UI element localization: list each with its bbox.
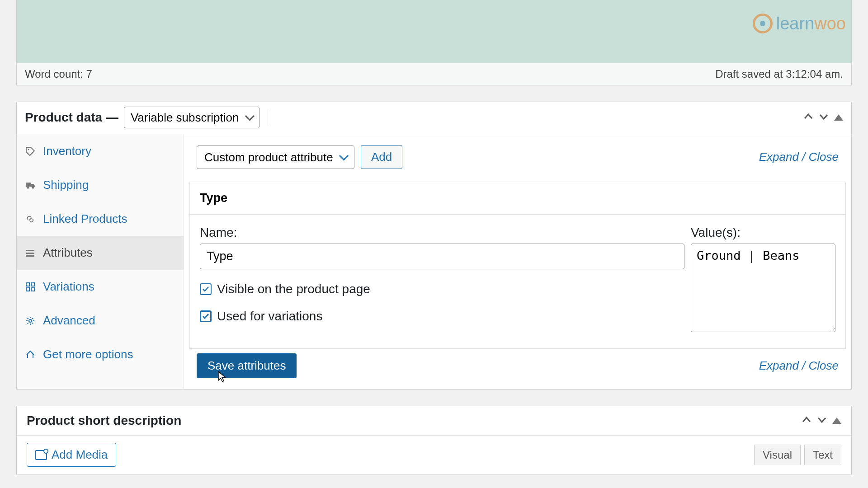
visible-checkbox-label: Visible on the product page [217, 282, 370, 296]
tab-label: Get more options [43, 347, 133, 361]
move-up-icon[interactable] [803, 111, 813, 125]
attribute-item: Type Name: Visible on the product page [189, 182, 846, 349]
attribute-values-input[interactable] [691, 244, 835, 332]
svg-point-0 [28, 149, 29, 150]
svg-point-3 [32, 186, 34, 188]
short-description-title: Product short description [27, 413, 181, 428]
draft-saved-time: Draft saved at 3:12:04 am. [715, 68, 843, 80]
editor-tab-visual[interactable]: Visual [754, 445, 801, 465]
save-attributes-button[interactable]: Save attributes [197, 353, 297, 378]
tab-attributes[interactable]: Attributes [17, 236, 184, 270]
list-icon [25, 248, 36, 258]
tag-icon [25, 146, 36, 157]
product-data-panel: Product data — Variable subscription Inv… [16, 102, 852, 389]
tab-label: Inventory [43, 144, 91, 158]
svg-point-11 [29, 319, 32, 322]
collapse-toggle-icon[interactable] [832, 418, 841, 424]
move-down-icon[interactable] [817, 414, 827, 428]
attribute-name-input[interactable] [200, 244, 684, 269]
tab-label: Shipping [43, 178, 89, 192]
gear-icon [25, 315, 36, 326]
editor-content-area[interactable]: learnwoo [16, 0, 852, 63]
tab-inventory[interactable]: Inventory [17, 134, 184, 168]
add-media-label: Add Media [52, 448, 108, 462]
add-attribute-button[interactable]: Add [361, 145, 402, 169]
brand-logo: learnwoo [753, 14, 846, 33]
attribute-item-header[interactable]: Type [190, 182, 845, 215]
svg-rect-9 [26, 288, 29, 291]
tab-linked-products[interactable]: Linked Products [17, 202, 184, 236]
svg-rect-10 [31, 288, 34, 291]
editor-status-bar: Word count: 7 Draft saved at 3:12:04 am. [16, 63, 852, 85]
product-type-select[interactable]: Variable subscription [124, 107, 259, 128]
svg-rect-7 [26, 283, 29, 286]
tab-variations[interactable]: Variations [17, 270, 184, 304]
tab-label: Advanced [43, 314, 95, 328]
word-count: Word count: 7 [25, 68, 92, 80]
move-up-icon[interactable] [802, 414, 811, 428]
tab-label: Attributes [43, 246, 93, 260]
svg-rect-5 [26, 253, 34, 254]
collapse-toggle-icon[interactable] [834, 114, 843, 121]
expand-close-link-bottom[interactable]: Expand / Close [759, 359, 839, 373]
tab-shipping[interactable]: Shipping [17, 168, 184, 202]
svg-rect-4 [26, 250, 34, 251]
expand-close-link[interactable]: Expand / Close [759, 150, 839, 164]
used-for-variations-checkbox[interactable] [200, 310, 212, 322]
link-icon [25, 214, 36, 225]
attribute-type-select[interactable]: Custom product attribute [197, 145, 354, 169]
move-down-icon[interactable] [819, 111, 829, 125]
divider [268, 109, 268, 126]
tab-advanced[interactable]: Advanced [17, 304, 184, 338]
visible-checkbox[interactable] [200, 283, 212, 295]
product-data-tabs: Inventory Shipping Linked Products Attri… [17, 134, 184, 389]
tab-label: Linked Products [43, 212, 127, 226]
marketplace-icon [25, 349, 36, 360]
svg-rect-8 [31, 283, 34, 286]
attribute-name-label: Name: [200, 225, 684, 240]
tab-get-more-options[interactable]: Get more options [17, 338, 184, 371]
svg-point-2 [27, 186, 29, 188]
product-data-title: Product data — [25, 110, 118, 125]
logo-icon [753, 14, 773, 33]
truck-icon [25, 180, 36, 191]
attribute-values-label: Value(s): [691, 225, 835, 240]
svg-rect-6 [26, 255, 34, 257]
used-for-variations-label: Used for variations [217, 309, 322, 324]
short-description-panel: Product short description Add Media Visu… [16, 406, 852, 474]
svg-rect-1 [26, 183, 31, 187]
add-media-button[interactable]: Add Media [27, 443, 116, 467]
editor-tab-text[interactable]: Text [804, 445, 841, 465]
attributes-panel: Custom product attribute Add Expand / Cl… [184, 134, 851, 389]
media-icon [35, 450, 47, 460]
tab-label: Variations [43, 280, 94, 294]
product-data-header: Product data — Variable subscription [17, 102, 851, 134]
grid-icon [25, 282, 36, 292]
